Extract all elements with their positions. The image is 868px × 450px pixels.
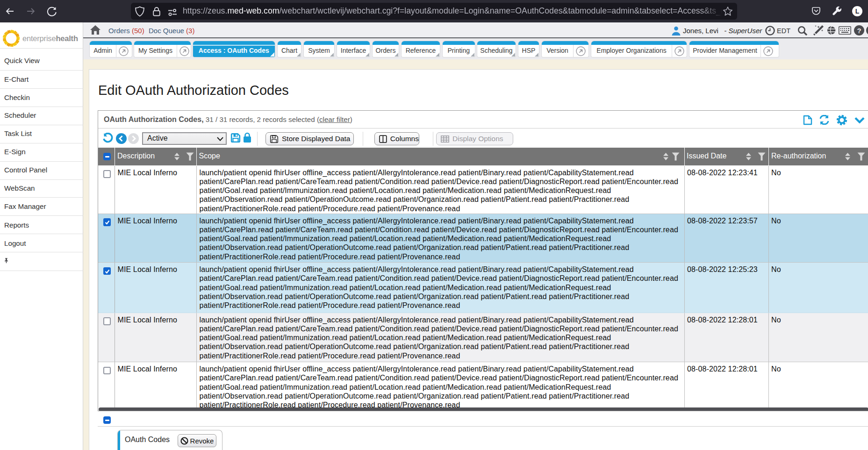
svg-text:?: ? (857, 27, 861, 35)
